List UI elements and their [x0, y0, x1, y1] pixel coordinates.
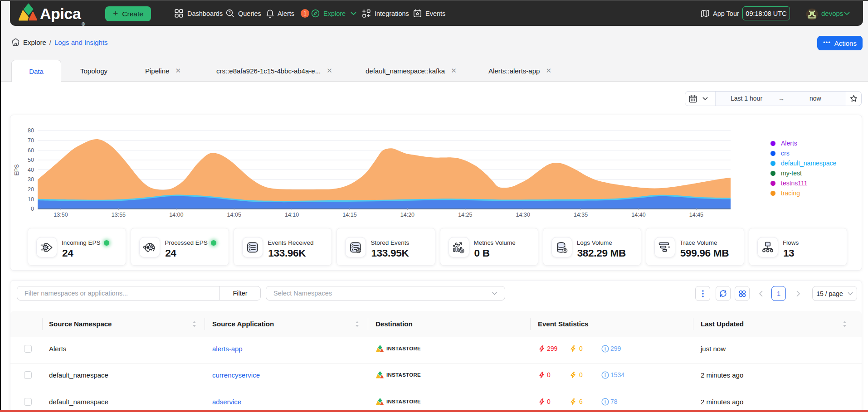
- svg-text:14:35: 14:35: [574, 212, 588, 218]
- svg-text:14:30: 14:30: [516, 212, 530, 218]
- svg-text:20: 20: [28, 186, 34, 193]
- svg-text:50: 50: [28, 157, 34, 163]
- svg-text:13:55: 13:55: [112, 212, 126, 218]
- svg-text:14:00: 14:00: [169, 212, 183, 218]
- svg-text:0: 0: [31, 206, 34, 212]
- svg-text:EPS: EPS: [14, 164, 20, 175]
- svg-text:80: 80: [28, 127, 34, 134]
- svg-text:14:15: 14:15: [342, 212, 356, 218]
- svg-text:40: 40: [28, 167, 34, 173]
- svg-text:14:45: 14:45: [689, 212, 703, 218]
- svg-text:70: 70: [28, 137, 34, 144]
- svg-text:14:40: 14:40: [631, 212, 645, 218]
- svg-text:14:10: 14:10: [285, 212, 299, 218]
- svg-text:60: 60: [28, 147, 34, 154]
- svg-text:14:05: 14:05: [227, 212, 241, 218]
- svg-text:14:20: 14:20: [400, 212, 414, 218]
- svg-text:?: ?: [228, 10, 230, 15]
- svg-text:30: 30: [28, 176, 34, 183]
- svg-text:13:50: 13:50: [54, 212, 68, 218]
- svg-text:14:25: 14:25: [458, 212, 472, 218]
- svg-text:10: 10: [28, 196, 34, 203]
